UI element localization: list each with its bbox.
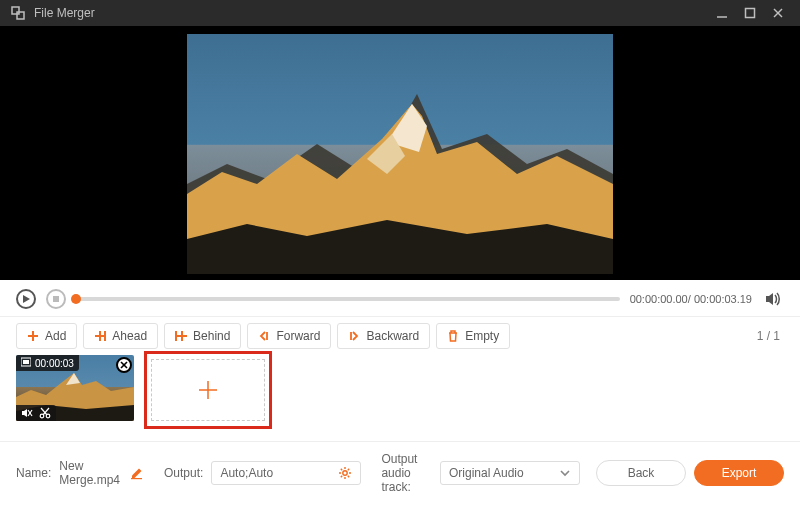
clip-action-icons [16,405,56,421]
clip-toolbar: Add Ahead Behind Forward Backward Empty … [0,316,800,355]
play-button[interactable] [16,289,36,309]
output-select[interactable]: Auto;Auto [211,461,361,485]
maximize-button[interactable] [736,0,764,26]
video-frame [187,34,613,274]
step-backward-icon [348,330,360,342]
add-button[interactable]: Add [16,323,77,349]
empty-label: Empty [465,329,499,343]
add-label: Add [45,329,66,343]
step-forward-icon [258,330,270,342]
audio-track-value: Original Audio [449,466,524,480]
svg-rect-3 [746,9,755,18]
clip-remove-button[interactable] [116,357,132,373]
close-button[interactable] [764,0,792,26]
audio-track-select[interactable]: Original Audio [440,461,580,485]
clip-cut-icon[interactable] [39,407,51,419]
playback-controls: 00:00:00.00/ 00:00:03.19 [0,284,800,314]
backward-label: Backward [366,329,419,343]
svg-rect-1 [17,12,24,19]
name-value: New Merge.mp4 [59,459,120,487]
back-button[interactable]: Back [596,460,686,486]
name-label: Name: [16,466,51,480]
empty-button[interactable]: Empty [436,323,510,349]
ahead-label: Ahead [112,329,147,343]
behind-button[interactable]: Behind [164,323,241,349]
add-clip-dropzone[interactable] [151,359,265,421]
insert-behind-icon [175,330,187,342]
app-logo-icon [10,5,26,21]
filmstrip-icon [21,357,31,369]
clip-mute-icon[interactable] [21,407,33,419]
gear-icon[interactable] [338,466,352,480]
time-display: 00:00:00.00/ 00:00:03.19 [630,293,752,305]
export-button[interactable]: Export [694,460,784,486]
svg-rect-0 [12,7,19,14]
edit-name-button[interactable] [130,466,144,480]
bottom-bar: Name: New Merge.mp4 Output: Auto;Auto Ou… [0,442,800,504]
plus-icon [27,330,39,342]
trash-icon [447,330,459,342]
seek-handle[interactable] [71,294,81,304]
audio-track-label: Output audio track: [381,452,432,494]
svg-rect-18 [23,360,29,364]
stop-button[interactable] [46,289,66,309]
ahead-button[interactable]: Ahead [83,323,158,349]
seek-bar[interactable] [76,297,620,301]
svg-rect-6 [53,296,59,302]
svg-rect-29 [131,478,142,479]
backward-button[interactable]: Backward [337,323,430,349]
page-counter: 1 / 1 [757,329,784,343]
mountain-artwork [187,34,613,274]
clip-thumbnail[interactable]: 00:00:03 [16,355,134,421]
insert-ahead-icon [94,330,106,342]
window-title: File Merger [34,6,95,20]
forward-button[interactable]: Forward [247,323,331,349]
volume-button[interactable] [762,288,784,310]
behind-label: Behind [193,329,230,343]
video-preview [0,26,800,280]
clip-strip: 00:00:03 [0,355,800,442]
output-label: Output: [164,466,203,480]
minimize-button[interactable] [708,0,736,26]
chevron-down-icon [559,467,571,479]
clip-duration-badge: 00:00:03 [16,355,79,371]
plus-icon [196,378,220,402]
output-value: Auto;Auto [220,466,273,480]
clip-duration-text: 00:00:03 [35,358,74,369]
forward-label: Forward [276,329,320,343]
titlebar: File Merger [0,0,800,26]
svg-point-30 [343,471,347,475]
add-clip-highlighted-zone [144,351,272,429]
